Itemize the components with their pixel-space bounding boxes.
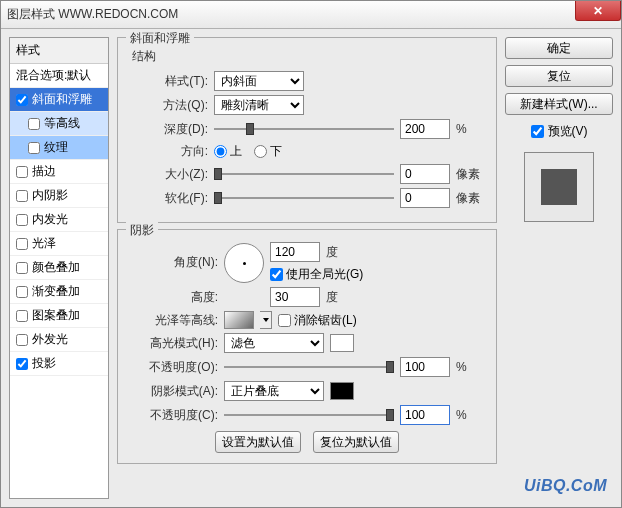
depth-slider[interactable] [214, 121, 394, 137]
shadow-mode-label: 阴影模式(A): [128, 383, 218, 400]
shadow-opacity-input[interactable] [400, 405, 450, 425]
item-outer-glow[interactable]: 外发光 [10, 328, 108, 352]
check-stroke[interactable] [16, 166, 28, 178]
item-inner-shadow[interactable]: 内阴影 [10, 184, 108, 208]
gloss-contour-dropdown[interactable] [260, 311, 272, 329]
depth-unit: % [456, 122, 486, 136]
size-input[interactable] [400, 164, 450, 184]
altitude-unit: 度 [326, 289, 356, 306]
angle-label: 角度(N): [128, 254, 218, 271]
size-label: 大小(Z): [128, 166, 208, 183]
gloss-label: 光泽等高线: [128, 312, 218, 329]
shadow-opacity-slider[interactable] [224, 407, 394, 423]
window-title: 图层样式 WWW.REDOCN.COM [7, 6, 178, 23]
gloss-contour-swatch[interactable] [224, 311, 254, 329]
item-pattern-overlay[interactable]: 图案叠加 [10, 304, 108, 328]
close-icon: ✕ [593, 4, 603, 18]
highlight-opacity-slider[interactable] [224, 359, 394, 375]
new-style-button[interactable]: 新建样式(W)... [505, 93, 613, 115]
content-area: 样式 混合选项:默认 斜面和浮雕 等高线 纹理 描边 内阴影 内发光 光泽 颜色… [1, 29, 621, 507]
item-texture[interactable]: 纹理 [10, 136, 108, 160]
soften-input[interactable] [400, 188, 450, 208]
close-button[interactable]: ✕ [575, 1, 621, 21]
direction-up[interactable]: 上 [214, 143, 242, 160]
check-gradient-overlay[interactable] [16, 286, 28, 298]
antialias-check[interactable]: 消除锯齿(L) [278, 312, 357, 329]
item-gradient-overlay[interactable]: 渐变叠加 [10, 280, 108, 304]
reset-button[interactable]: 复位 [505, 65, 613, 87]
shadow-opacity-unit: % [456, 408, 486, 422]
shading-group-title: 阴影 [126, 222, 158, 239]
highlight-color-swatch[interactable] [330, 334, 354, 352]
angle-dial[interactable] [224, 243, 264, 283]
preview-box [524, 152, 594, 222]
item-bevel-emboss[interactable]: 斜面和浮雕 [10, 88, 108, 112]
check-pattern-overlay[interactable] [16, 310, 28, 322]
item-contour[interactable]: 等高线 [10, 112, 108, 136]
depth-input[interactable] [400, 119, 450, 139]
angle-unit: 度 [326, 244, 356, 261]
structure-title: 结构 [132, 48, 486, 65]
item-drop-shadow[interactable]: 投影 [10, 352, 108, 376]
angle-input[interactable] [270, 242, 320, 262]
soften-slider[interactable] [214, 190, 394, 206]
ok-button[interactable]: 确定 [505, 37, 613, 59]
highlight-opacity-label: 不透明度(O): [128, 359, 218, 376]
size-unit: 像素 [456, 166, 486, 183]
size-slider[interactable] [214, 166, 394, 182]
styles-list: 样式 混合选项:默认 斜面和浮雕 等高线 纹理 描边 内阴影 内发光 光泽 颜色… [9, 37, 109, 499]
item-inner-glow[interactable]: 内发光 [10, 208, 108, 232]
check-inner-shadow[interactable] [16, 190, 28, 202]
global-light-check[interactable]: 使用全局光(G) [270, 266, 363, 283]
highlight-mode-select[interactable]: 滤色 [224, 333, 324, 353]
soften-unit: 像素 [456, 190, 486, 207]
right-panel: 确定 复位 新建样式(W)... 预览(V) [505, 37, 613, 499]
altitude-label: 高度: [128, 289, 218, 306]
make-default-button[interactable]: 设置为默认值 [215, 431, 301, 453]
reset-default-button[interactable]: 复位为默认值 [313, 431, 399, 453]
style-select[interactable]: 内斜面 [214, 71, 304, 91]
check-texture[interactable] [28, 142, 40, 154]
shadow-opacity-label: 不透明度(C): [128, 407, 218, 424]
titlebar[interactable]: 图层样式 WWW.REDOCN.COM ✕ [1, 1, 621, 29]
depth-label: 深度(D): [128, 121, 208, 138]
item-color-overlay[interactable]: 颜色叠加 [10, 256, 108, 280]
settings-panel: 斜面和浮雕 结构 样式(T): 内斜面 方法(Q): 雕刻清晰 深度(D): % [117, 37, 497, 499]
technique-label: 方法(Q): [128, 97, 208, 114]
item-stroke[interactable]: 描边 [10, 160, 108, 184]
shading-group: 阴影 角度(N): 度 使用全局光(G) 高度: [117, 229, 497, 464]
check-color-overlay[interactable] [16, 262, 28, 274]
check-contour[interactable] [28, 118, 40, 130]
item-satin[interactable]: 光泽 [10, 232, 108, 256]
direction-down[interactable]: 下 [254, 143, 282, 160]
bevel-group-title: 斜面和浮雕 [126, 30, 194, 47]
highlight-opacity-unit: % [456, 360, 486, 374]
soften-label: 软化(F): [128, 190, 208, 207]
blend-options-item[interactable]: 混合选项:默认 [10, 64, 108, 88]
check-outer-glow[interactable] [16, 334, 28, 346]
preview-check[interactable]: 预览(V) [505, 123, 613, 140]
check-drop-shadow[interactable] [16, 358, 28, 370]
chevron-down-icon [263, 318, 269, 322]
check-bevel[interactable] [16, 94, 28, 106]
altitude-input[interactable] [270, 287, 320, 307]
bevel-group: 斜面和浮雕 结构 样式(T): 内斜面 方法(Q): 雕刻清晰 深度(D): % [117, 37, 497, 223]
technique-select[interactable]: 雕刻清晰 [214, 95, 304, 115]
highlight-mode-label: 高光模式(H): [128, 335, 218, 352]
shadow-mode-select[interactable]: 正片叠底 [224, 381, 324, 401]
check-satin[interactable] [16, 238, 28, 250]
preview-thumbnail [541, 169, 577, 205]
highlight-opacity-input[interactable] [400, 357, 450, 377]
styles-header: 样式 [10, 38, 108, 64]
shadow-color-swatch[interactable] [330, 382, 354, 400]
direction-label: 方向: [128, 143, 208, 160]
style-label: 样式(T): [128, 73, 208, 90]
layer-style-dialog: 图层样式 WWW.REDOCN.COM ✕ 样式 混合选项:默认 斜面和浮雕 等… [0, 0, 622, 508]
check-inner-glow[interactable] [16, 214, 28, 226]
